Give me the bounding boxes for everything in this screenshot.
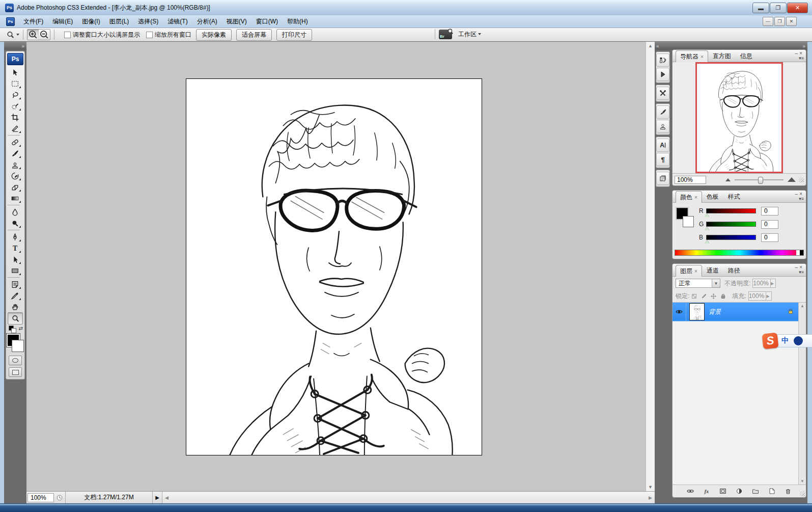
clone-stamp-tool-button[interactable] [8,159,22,170]
panel-resize-grip[interactable] [799,177,804,182]
menu-item[interactable]: 文件(F) [19,16,48,28]
scroll-up-icon[interactable]: ▲ [799,304,806,308]
close-button[interactable]: ✕ [787,3,808,13]
blue-slider[interactable] [706,235,756,240]
link-layer-button[interactable] [686,487,695,496]
scroll-up-icon[interactable]: ▲ [646,42,655,50]
collapse-tools-button[interactable]: » [4,42,26,50]
panel-menu-icon[interactable]: ▾≡ [799,270,804,275]
panel-tab[interactable]: 信息 [736,50,757,62]
ime-language-indicator[interactable]: 中 [781,336,789,345]
mask-layer-button[interactable] [718,487,727,496]
doc-close-button[interactable]: ✕ [786,17,797,26]
collapse-dock-button[interactable]: » [671,42,807,50]
fit-screen-button[interactable]: 适合屏幕 [236,29,272,41]
type-tool-button[interactable]: T [8,242,22,254]
history-panel-button[interactable] [656,53,669,67]
restore-button[interactable]: ❐ [770,3,787,13]
green-slider[interactable] [706,222,756,227]
dodge-tool-button[interactable] [8,218,22,229]
panel-tab[interactable]: 直方图 [708,50,736,62]
actions-panel-button[interactable] [656,68,669,81]
paragraph-panel-button[interactable]: ¶ [656,153,669,166]
scroll-down-icon[interactable]: ▼ [799,479,806,483]
slider-thumb-icon[interactable] [705,227,709,230]
new-layer-layer-button[interactable] [767,487,776,496]
healing-brush-tool-button[interactable] [8,137,22,148]
background-color-swatch[interactable] [12,340,24,352]
gradient-tool-button[interactable] [8,193,22,204]
menu-item[interactable]: 图层(L) [105,16,134,28]
zoom-in-slider-icon[interactable] [788,177,796,182]
quick-mask-button[interactable] [9,356,22,365]
panel-tab[interactable]: 路径 [723,264,745,276]
hand-tool-button[interactable] [8,301,22,312]
bridge-button[interactable]: Br [439,30,452,39]
sogou-ime-bar[interactable]: S 中 [763,332,812,349]
panel-menu-icon[interactable]: ▾≡ [799,196,804,201]
panel-tab[interactable]: 通道 [702,264,723,276]
screen-mode-button[interactable] [9,367,22,377]
tab-close-icon[interactable]: × [694,195,697,200]
tab-close-icon[interactable]: × [694,268,697,274]
navigator-proxy-view[interactable] [695,62,783,173]
move-tool-button[interactable] [8,67,22,78]
adjustment-layer-button[interactable] [735,487,744,496]
brushes-panel-button[interactable] [656,105,669,119]
tab-close-icon[interactable]: × [701,54,704,60]
quick-selection-tool-button[interactable] [8,100,22,112]
panel-tab[interactable]: 色板 [702,191,723,202]
menu-item[interactable]: 选择(S) [133,16,163,28]
tool-presets-panel-button[interactable] [656,87,669,100]
menu-item[interactable]: 窗口(W) [251,16,283,28]
slider-thumb-icon[interactable] [705,213,709,217]
scroll-right-icon[interactable]: ▶ [646,495,655,500]
swap-colors-icon[interactable]: ⇄ [19,326,23,331]
fill-field[interactable]: 100% ▶ [748,291,772,301]
layer-visibility-toggle[interactable] [673,303,686,321]
group-layer-button[interactable] [751,487,760,496]
layers-scrollbar[interactable]: ▲ ▼ [798,303,806,484]
rectangular-marquee-tool-button[interactable] [8,78,22,89]
history-brush-tool-button[interactable] [8,170,22,181]
workspace-button[interactable]: 工作区 [458,30,481,39]
document-image[interactable] [186,78,482,455]
panel-tab[interactable]: 导航器× [676,50,708,62]
notes-tool-button[interactable] [8,279,22,290]
delete-layer-button[interactable] [783,487,793,496]
panel-tab[interactable]: 样式 [723,191,745,202]
menu-item[interactable]: 视图(V) [222,16,251,28]
ime-fullhalf-icon[interactable] [794,336,803,345]
photoshop-logo-button[interactable]: Ps [7,53,23,65]
navigator-zoom-slider[interactable] [735,179,783,180]
canvas-area[interactable] [26,42,646,491]
path-selection-tool-button[interactable] [8,254,22,265]
minimize-button[interactable]: ▬ [752,3,769,13]
panel-tab[interactable]: 颜色× [676,191,702,203]
slice-tool-button[interactable] [8,123,22,134]
actual-pixels-button[interactable]: 实际像素 [196,29,232,41]
resize-windows-checkbox[interactable]: 调整窗口大小以满屏显示 [64,31,140,39]
status-popup-arrow[interactable]: ▶ [153,495,162,500]
doc-restore-button[interactable]: ❐ [774,17,785,26]
blur-tool-button[interactable] [8,206,22,218]
menu-item[interactable]: 帮助(H) [283,16,313,28]
menu-item[interactable]: 图像(I) [77,16,104,28]
layer-name[interactable]: 背景 [709,308,787,316]
spinner-arrow-icon[interactable]: ▶ [770,279,775,287]
lock-image-button[interactable] [700,292,708,300]
scroll-down-icon[interactable]: ▼ [646,483,655,491]
opacity-field[interactable]: 100% ▶ [752,279,776,288]
doc-minimize-button[interactable]: — [763,17,773,26]
lasso-tool-button[interactable] [8,89,22,100]
blend-mode-select[interactable]: 正常 ▼ [676,279,720,288]
layer-comps-panel-button[interactable] [656,172,669,185]
menu-item[interactable]: 编辑(E) [48,16,77,28]
zoom-in-button[interactable] [27,30,39,40]
blue-value-field[interactable]: 0 [761,233,778,242]
sogou-logo-icon[interactable]: S [762,333,779,349]
shape-tool-button[interactable] [8,265,22,276]
vertical-scrollbar[interactable]: ▲ ▼ [646,42,655,491]
expand-dock-button[interactable]: « [655,42,671,50]
red-value-field[interactable]: 0 [761,207,778,215]
